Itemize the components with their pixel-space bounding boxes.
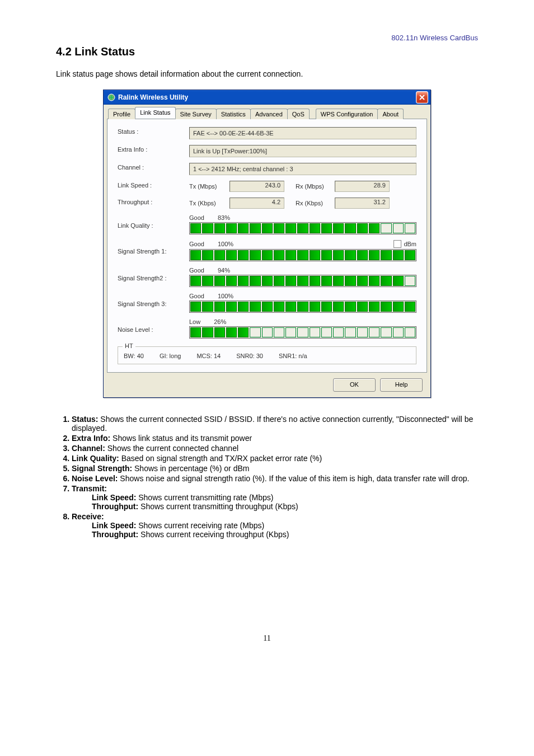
value-status: FAE <--> 00-0E-2E-44-6B-3E — [189, 127, 416, 139]
li8-tp-bold: Throughput: — [92, 530, 138, 539]
value-channel: 1 <--> 2412 MHz; central channel : 3 — [189, 163, 416, 175]
label-tx-kbps: Tx (Kbps) — [189, 200, 225, 206]
label-noise: Noise Level : — [118, 318, 185, 339]
label-ss1: Signal Strength 1: — [118, 240, 185, 261]
li7-ls-bold: Link Speed: — [92, 493, 136, 502]
list-item: Link Quality: Based on signal strength a… — [72, 454, 478, 463]
tab-wps[interactable]: WPS Configuration — [316, 109, 378, 119]
li3-bold: Channel: — [72, 444, 105, 453]
li8-bold: Receive: — [72, 512, 104, 521]
label-rx-kbps: Rx (Kbps) — [296, 200, 330, 206]
tab-about[interactable]: About — [377, 109, 404, 119]
li8-ls-text: Shows current receiving rate (Mbps) — [136, 521, 264, 530]
list-item: Transmit: Link Speed: Shows current tran… — [72, 484, 478, 511]
label-rx-mbps: Rx (Mbps) — [296, 183, 330, 190]
li5-bold: Signal Strength: — [72, 464, 132, 473]
label-ss2: Signal Strength2 : — [118, 267, 185, 287]
value-rx-mbps: 28.9 — [335, 181, 390, 192]
bar-ss1 — [189, 249, 416, 261]
tab-site-survey[interactable]: Site Survey — [175, 109, 217, 119]
list-item: Noise Level: Shows noise and signal stre… — [72, 474, 478, 483]
ht-gi: GI: long — [160, 353, 181, 359]
value-tx-mbps: 243.0 — [229, 181, 284, 192]
label-channel: Channel : — [118, 163, 185, 175]
list-item: Receive: Link Speed: Shows current recei… — [72, 512, 478, 539]
ht-legend: HT — [123, 342, 135, 349]
li6-bold: Noise Level: — [72, 474, 118, 483]
li1-text: Shows the current connected SSID / BSSID… — [72, 415, 473, 433]
label-tx-mbps: Tx (Mbps) — [189, 183, 225, 190]
ht-group: HT BW: 40 GI: long MCS: 14 SNR0: 30 SNR1… — [118, 346, 416, 364]
tab-profile[interactable]: Profile — [108, 109, 135, 119]
list-item: Extra Info: Shows link status and its tr… — [72, 434, 478, 443]
ss1-pct: 100% — [218, 241, 233, 247]
li1-bold: Status: — [72, 415, 98, 424]
li5-text: Shows in percentage (%) or dBm — [132, 464, 249, 473]
tab-link-status[interactable]: Link Status — [135, 107, 175, 119]
label-linkspeed: Link Speed : — [118, 181, 185, 192]
title-bar: Ralink Wireless Utility — [104, 90, 430, 105]
li4-text: Based on signal strength and TX/RX packe… — [119, 454, 322, 463]
intro-text: Link status page shows detail informatio… — [56, 69, 478, 78]
tab-advanced[interactable]: Advanced — [250, 109, 288, 119]
li3-text: Shows the current connected channel — [105, 444, 238, 453]
li4-bold: Link Quality: — [72, 454, 119, 463]
quality-word: Good — [189, 214, 204, 221]
ht-mcs: MCS: 14 — [196, 353, 221, 359]
tab-qos[interactable]: QoS — [287, 109, 310, 119]
list-item: Signal Strength: Shows in percentage (%)… — [72, 464, 478, 473]
tab-content: Status : FAE <--> 00-0E-2E-44-6B-3E Extr… — [107, 119, 427, 373]
window-title: Ralink Wireless Utility — [118, 93, 416, 101]
tab-statistics[interactable]: Statistics — [216, 109, 251, 119]
list-item: Channel: Shows the current connected cha… — [72, 444, 478, 453]
label-extra: Extra Info : — [118, 145, 185, 157]
li7-tp-text: Shows current transmitting throughput (K… — [138, 502, 298, 511]
noise-word: Low — [189, 318, 200, 325]
li7-ls-text: Shows current transmitting rate (Mbps) — [136, 493, 273, 502]
app-icon — [107, 93, 116, 102]
list-item: Status: Shows the current connected SSID… — [72, 415, 478, 433]
label-ss3: Signal Strength 3: — [118, 293, 185, 313]
li2-text: Shows link status and its transmit power — [110, 434, 252, 443]
page-header: 802.11n Wireless CardBus — [56, 34, 478, 42]
ss3-word: Good — [189, 293, 204, 299]
noise-pct: 26% — [214, 318, 226, 325]
description-list: Status: Shows the current connected SSID… — [56, 415, 478, 539]
li2-bold: Extra Info: — [72, 434, 110, 443]
li7-bold: Transmit: — [72, 484, 107, 493]
bar-noise — [189, 326, 416, 339]
li8-tp-text: Shows current receiving throughput (Kbps… — [138, 530, 289, 539]
ss1-word: Good — [189, 241, 204, 247]
quality-pct: 83% — [218, 214, 230, 221]
dialog-window: Ralink Wireless Utility Profile Link Sta… — [103, 90, 431, 398]
li6-text: Shows noise and signal strength ratio (%… — [118, 474, 469, 483]
li7-tp-bold: Throughput: — [92, 502, 138, 511]
ss2-word: Good — [189, 267, 204, 274]
label-quality: Link Quality : — [118, 214, 185, 234]
ss2-pct: 94% — [218, 267, 230, 274]
ht-snr1: SNR1: n/a — [279, 353, 307, 359]
value-tx-kbps: 4.2 — [229, 198, 284, 209]
close-button[interactable] — [416, 91, 428, 104]
tab-strip: Profile Link Status Site Survey Statisti… — [107, 107, 427, 119]
label-dbm: dBm — [404, 241, 416, 247]
page-number: 11 — [56, 634, 478, 643]
value-rx-kbps: 31.2 — [335, 198, 390, 209]
label-throughput: Throughput : — [118, 198, 185, 209]
bar-ss2 — [189, 275, 416, 287]
bar-quality — [189, 222, 416, 234]
ht-bw: BW: 40 — [124, 353, 144, 359]
value-extra: Link is Up [TxPower:100%] — [189, 145, 416, 157]
label-status: Status : — [118, 127, 185, 139]
ht-snr0: SNR0: 30 — [236, 353, 263, 359]
ss3-pct: 100% — [218, 293, 233, 299]
dbm-checkbox[interactable] — [394, 240, 401, 248]
ok-button[interactable]: OK — [333, 378, 376, 392]
help-button[interactable]: Help — [380, 378, 423, 392]
bar-ss3 — [189, 300, 416, 313]
li8-ls-bold: Link Speed: — [92, 521, 136, 530]
section-title: 4.2 Link Status — [56, 45, 478, 58]
